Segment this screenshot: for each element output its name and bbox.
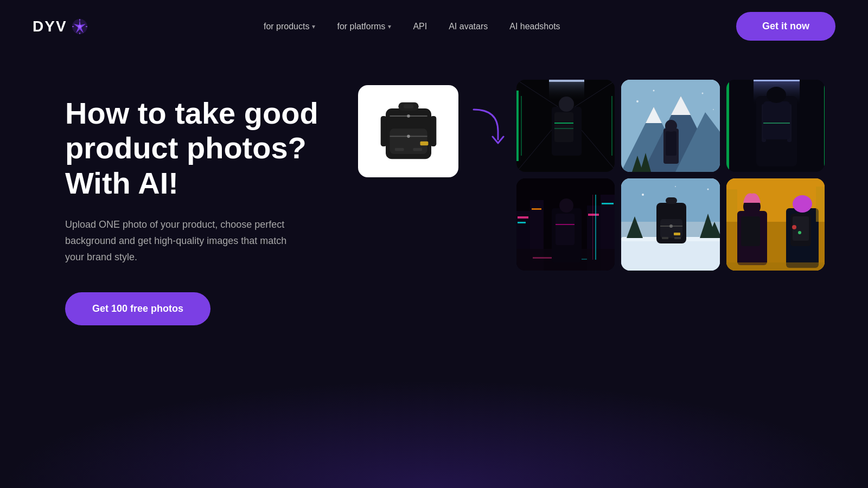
svg-point-47 [702,93,704,94]
svg-rect-66 [518,216,528,219]
chevron-down-icon: ▾ [312,23,315,30]
navbar: DYV for products ▾ for platforms [0,0,868,53]
svg-rect-31 [554,112,573,142]
ai-image-cyberpunk [516,178,615,271]
backpack-illustration [373,93,444,169]
nav-item-platforms[interactable]: for platforms ▾ [337,22,391,31]
svg-point-1 [78,25,81,28]
svg-point-49 [653,90,655,92]
svg-point-97 [675,186,676,187]
nav-links: for products ▾ for platforms ▾ API AI av… [264,22,560,31]
ai-image-snowy-mountain [621,80,719,172]
svg-rect-69 [588,214,599,216]
svg-rect-44 [666,131,676,156]
svg-point-59 [767,87,786,103]
ai-image-backpack-snow [621,178,719,271]
svg-rect-58 [763,101,790,139]
nav-item-headshots[interactable]: AI headshots [509,22,560,31]
svg-rect-75 [556,214,575,245]
svg-point-12 [407,114,410,118]
nav-item-products[interactable]: for products ▾ [264,22,315,31]
logo-text: DYV [33,18,67,35]
svg-point-32 [559,97,574,112]
svg-rect-27 [521,96,522,156]
arrow-icon [468,104,506,147]
source-image-container [358,80,458,177]
svg-rect-110 [726,189,737,222]
arrow-indicator [466,80,509,172]
hero-subtext: Upload ONE photo of your product, choose… [65,217,293,265]
images-layout [358,80,825,369]
svg-rect-79 [592,195,593,260]
get-it-now-button[interactable]: Get it now [736,12,835,41]
ai-image-hallway [516,80,615,172]
chevron-down-icon: ▾ [388,23,391,30]
svg-rect-72 [533,257,554,259]
svg-rect-53 [726,80,729,172]
svg-rect-54 [824,80,825,172]
svg-point-76 [559,198,573,213]
svg-rect-18 [403,105,413,108]
svg-rect-111 [816,187,825,222]
nav-item-api[interactable]: API [413,22,427,31]
ai-images-grid [516,80,825,369]
svg-rect-68 [532,208,541,210]
svg-rect-13 [380,116,386,146]
svg-point-46 [636,100,639,102]
source-product-image [358,85,458,177]
svg-rect-93 [662,237,668,239]
svg-rect-26 [516,91,519,161]
svg-point-91 [669,224,673,228]
product-images-section [358,74,825,369]
svg-point-10 [407,135,410,138]
svg-rect-14 [430,116,436,146]
svg-rect-92 [674,233,680,235]
get-free-photos-button[interactable]: Get 100 free photos [65,292,210,325]
svg-point-104 [793,195,812,213]
svg-point-95 [642,194,644,196]
svg-rect-29 [611,96,612,156]
ai-image-person-hall [726,80,825,172]
hero-text: How to take good product photos? With AI… [65,74,336,325]
page-title: How to take good product photos? With AI… [65,96,336,201]
ai-image-colorful [726,178,825,271]
logo-star-icon [72,18,88,35]
svg-rect-16 [394,148,404,151]
svg-point-107 [792,225,796,229]
svg-rect-15 [420,142,428,145]
svg-rect-102 [741,216,760,246]
logo[interactable]: DYV [33,18,88,35]
svg-rect-78 [595,195,596,260]
svg-rect-109 [726,262,825,271]
svg-point-108 [798,231,801,234]
svg-rect-17 [413,148,422,151]
nav-item-avatars[interactable]: AI avatars [449,22,488,31]
main-content: How to take good product photos? With AI… [0,53,868,369]
svg-point-45 [665,120,677,132]
svg-rect-70 [602,203,614,204]
svg-rect-94 [674,237,681,239]
svg-point-48 [713,109,714,110]
svg-point-96 [707,189,709,190]
svg-rect-88 [666,197,677,204]
svg-rect-67 [518,222,526,223]
